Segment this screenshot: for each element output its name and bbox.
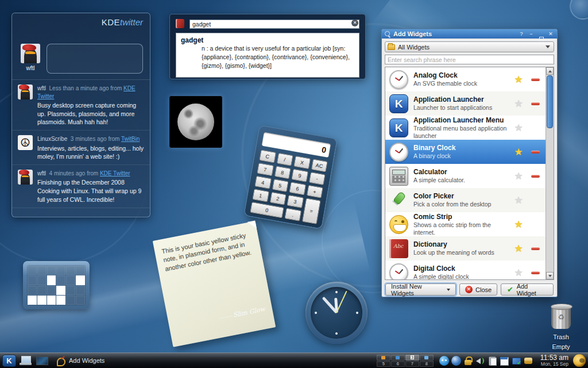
- widget-list-item[interactable]: Analog ClockAn SVG themable clock★: [385, 67, 546, 91]
- trash-widget[interactable]: Trash Empty: [542, 306, 580, 351]
- pager-cell-label: 7: [411, 362, 413, 366]
- widget-item-name: Application Launcher Menu: [413, 116, 508, 125]
- tweet-source-link[interactable]: KDE Twitter: [100, 170, 130, 177]
- calc-key-8[interactable]: 4: [254, 176, 271, 189]
- widget-list-item[interactable]: Comic StripShows a comic strip from the …: [385, 212, 546, 236]
- favorite-star-icon[interactable]: ★: [513, 74, 524, 86]
- remote-tray-icon[interactable]: [512, 356, 521, 366]
- calc-key-12[interactable]: 1: [252, 189, 269, 202]
- close-button[interactable]: Close: [459, 283, 497, 296]
- pager-cell[interactable]: 5: [377, 361, 390, 367]
- taskbar-task-add-widgets[interactable]: Add Widgets: [52, 354, 109, 367]
- calc-key-2[interactable]: X: [293, 156, 310, 169]
- calc-key-6[interactable]: 9: [291, 169, 308, 182]
- widget-list-item[interactable]: KApplication Launcher MenuTraditional me…: [385, 116, 546, 140]
- favorite-star-icon[interactable]: ★: [513, 122, 524, 134]
- widget-item-desc: A binary clock: [413, 152, 508, 160]
- tweet-time: 3 minutes ago from: [67, 136, 121, 142]
- widget-list-item[interactable]: Binary ClockA binary clock★: [385, 140, 546, 164]
- favorite-star-icon[interactable]: ★: [513, 243, 524, 255]
- task-label: Add Widgets: [69, 357, 105, 364]
- show-desktop-icon[interactable]: [36, 356, 48, 366]
- organizer-tray-icon[interactable]: [500, 356, 509, 366]
- remove-widget-icon[interactable]: [531, 78, 540, 81]
- pager-cell[interactable]: 6: [391, 361, 405, 367]
- minimize-button[interactable]: −: [528, 29, 535, 39]
- lock-tray-icon[interactable]: [463, 356, 473, 366]
- calc-key-5[interactable]: 8: [274, 166, 291, 179]
- remove-widget-icon[interactable]: [531, 271, 540, 274]
- favorite-star-icon[interactable]: ★: [513, 218, 524, 231]
- folder-icon: [388, 44, 395, 50]
- remove-widget-icon[interactable]: [531, 102, 540, 105]
- pager-cell[interactable]: [377, 355, 390, 361]
- remove-widget-icon[interactable]: [531, 175, 540, 178]
- scroll-up-icon[interactable]: [546, 67, 554, 75]
- widget-search-input[interactable]: [385, 55, 554, 64]
- calc-key-3[interactable]: AC: [311, 159, 327, 172]
- calc-key-10[interactable]: 6: [289, 182, 305, 195]
- color-picker-icon: [389, 191, 408, 210]
- widget-list-item[interactable]: CalculatorA simple calculator.★: [385, 164, 546, 188]
- widget-list-item[interactable]: Color PickerPick a color from the deskto…: [385, 188, 546, 212]
- pager-cell[interactable]: [420, 355, 434, 361]
- twitter-widget: KDEtwitter wftl wftl Less than a minute …: [11, 13, 150, 217]
- dictionary-search-input[interactable]: [189, 20, 359, 29]
- widget-list-item[interactable]: DictionaryLook up the meaning of words★: [385, 236, 546, 260]
- widget-filter-dropdown[interactable]: All Widgets: [385, 41, 554, 52]
- panel-toolbox-cashew-icon[interactable]: [573, 354, 586, 367]
- clock-icon: [389, 263, 408, 281]
- calc-key-0[interactable]: C: [259, 150, 276, 163]
- scrollbar-thumb[interactable]: [547, 75, 553, 128]
- widget-list-item[interactable]: Digital ClockA simple digital clock★: [385, 260, 546, 280]
- widget-item-desc: A simple digital clock: [413, 273, 508, 280]
- system-settings-icon[interactable]: [20, 355, 32, 366]
- widget-item-text: CalculatorA simple calculator.: [413, 168, 508, 184]
- add-widget-button[interactable]: Add Widget: [501, 283, 554, 296]
- pager-cell[interactable]: [391, 355, 405, 361]
- tweet-compose-input[interactable]: [47, 44, 143, 74]
- calc-key-1[interactable]: /: [276, 153, 293, 166]
- tweet-source-link[interactable]: TwitBin: [121, 136, 140, 142]
- tweet-body: wftl Less than a minute ago from KDE Twi…: [37, 85, 144, 126]
- calc-key-4[interactable]: 7: [257, 163, 273, 176]
- desktop-toolbox-cashew-icon[interactable]: [570, 0, 588, 20]
- clear-search-icon[interactable]: ✕: [351, 20, 358, 26]
- install-new-widgets-button[interactable]: Install New Widgets: [385, 283, 456, 296]
- close-window-button[interactable]: ✕: [547, 29, 554, 39]
- scroll-down-icon[interactable]: [546, 272, 554, 279]
- digital-clock[interactable]: 11:53 am Mon, 15 Sep: [540, 354, 568, 367]
- klipper-tray-icon[interactable]: [488, 356, 497, 366]
- volume-tray-icon[interactable]: [475, 356, 485, 366]
- pager-cell[interactable]: 3: [405, 355, 419, 361]
- help-button[interactable]: ?: [518, 29, 525, 39]
- widget-list-item[interactable]: KApplication LauncherLauncher to start a…: [385, 91, 546, 116]
- pager-cell[interactable]: 8: [420, 361, 434, 367]
- favorite-star-icon[interactable]: ★: [513, 98, 524, 110]
- calc-key-7[interactable]: -: [308, 172, 325, 185]
- remove-widget-icon[interactable]: [531, 151, 540, 154]
- calc-key-11[interactable]: +: [306, 185, 323, 198]
- pager-cell[interactable]: 7: [405, 361, 419, 367]
- favorite-star-icon[interactable]: ★: [513, 267, 524, 279]
- calc-key-15[interactable]: =: [301, 198, 320, 224]
- favorite-star-icon[interactable]: ★: [513, 170, 524, 182]
- sticky-note-widget[interactable]: This is your basic yellow sticky note, i…: [153, 221, 276, 347]
- calc-key-13[interactable]: 2: [269, 192, 286, 205]
- favorite-star-icon[interactable]: ★: [513, 146, 524, 158]
- remove-widget-icon[interactable]: [531, 247, 540, 250]
- wallet-tray-icon[interactable]: [524, 356, 533, 366]
- scrollbar[interactable]: [546, 67, 554, 279]
- clock-face: [311, 287, 362, 339]
- calc-key-14[interactable]: 3: [287, 195, 303, 208]
- calc-key-17[interactable]: .: [284, 208, 301, 221]
- dialog-titlebar[interactable]: Add Widgets ? − ✕: [382, 29, 557, 39]
- calc-key-9[interactable]: 5: [272, 179, 288, 192]
- kmenu-launcher-button[interactable]: K: [2, 355, 16, 367]
- trash-icon[interactable]: [551, 306, 571, 329]
- remove-slot: [529, 271, 541, 274]
- globe-tray-icon[interactable]: [451, 356, 461, 366]
- kopete-tray-icon[interactable]: [439, 356, 449, 366]
- favorite-star-icon[interactable]: ★: [513, 194, 524, 206]
- close-button-label: Close: [475, 286, 492, 293]
